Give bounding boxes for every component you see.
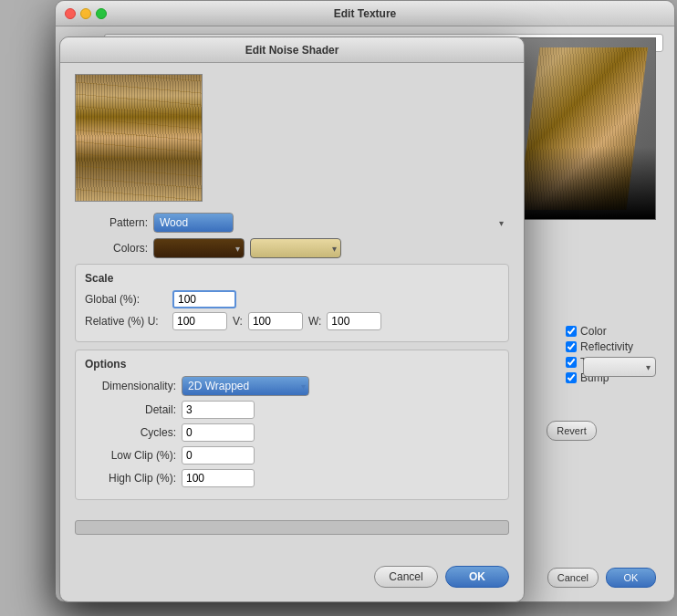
dimensionality-select[interactable]: 2D Wrapped 2D Flat 3D [182,376,309,396]
color-check-label: Color [580,325,607,338]
v-label: V: [233,315,243,328]
noise-dialog-title: Edit Noise Shader [245,44,339,57]
noise-dialog-buttons: Cancel OK [374,566,509,588]
traffic-lights [65,8,107,19]
scale-title: Scale [85,272,499,285]
pattern-select[interactable]: Wood Marble Noise Turbulence [153,213,234,233]
noise-preview [75,74,203,202]
reflectivity-checkbox[interactable] [566,341,577,352]
low-clip-row: Low Clip (%): [85,446,499,465]
detail-row: Detail: [85,401,499,419]
high-clip-label: High Clip (%): [85,472,176,485]
low-clip-input[interactable] [182,446,255,465]
et-bottom-area: Cancel OK [547,568,656,588]
revert-button[interactable]: Revert [547,421,597,441]
colors-label: Colors: [75,242,148,255]
global-label: Global (%): [85,293,167,306]
colors-row: Colors: [75,238,509,258]
noise-progress-bar [75,520,509,535]
texture-3d-preview [510,37,656,220]
dimensionality-label: Dimensionality: [85,380,176,392]
close-button[interactable] [65,8,76,19]
et-dropdown[interactable] [583,357,656,377]
cycles-input[interactable] [182,423,255,442]
maximize-button[interactable] [96,8,107,19]
noise-ok-button[interactable]: OK [445,566,509,588]
et-right-checks: Color Reflectivity Transparency Bump [566,325,647,387]
high-clip-input[interactable] [182,469,255,487]
noise-body: Pattern: Wood Marble Noise Turbulence Co… [60,63,524,511]
v-input[interactable] [248,312,303,330]
reflectivity-check-label: Reflectivity [580,340,633,353]
cycles-label: Cycles: [85,426,176,439]
detail-label: Detail: [85,403,176,416]
color-check-row: Color [566,325,647,338]
relative-scale-row: Relative (%) U: V: W: [85,312,499,330]
detail-input[interactable] [182,401,255,419]
w-label: W: [308,315,321,328]
low-clip-label: Low Clip (%): [85,449,176,462]
relative-label: Relative (%) U: [85,315,167,328]
cycles-row: Cycles: [85,423,499,442]
options-section: Options Dimensionality: 2D Wrapped 2D Fl… [75,350,509,500]
et-dropdown-row [583,357,656,377]
dimensionality-row: Dimensionality: 2D Wrapped 2D Flat 3D [85,376,499,396]
et-cancel-button[interactable]: Cancel [547,568,599,588]
high-clip-row: High Clip (%): [85,469,499,487]
pattern-row: Pattern: Wood Marble Noise Turbulence [75,213,509,233]
color-btn-dark[interactable] [153,238,245,258]
global-input[interactable] [172,290,236,308]
pattern-label: Pattern: [75,216,148,229]
noise-titlebar: Edit Noise Shader [60,37,524,63]
options-title: Options [85,358,499,371]
et-ok-button[interactable]: OK [606,568,656,588]
noise-preview-wood [76,75,202,201]
texture-gradient-overlay [511,147,655,219]
edit-texture-title: Edit Texture [334,7,396,20]
global-scale-row: Global (%): [85,290,499,308]
transparency-checkbox[interactable] [566,357,577,368]
edit-texture-titlebar: Edit Texture [56,1,674,26]
w-input[interactable] [327,312,381,330]
dimensionality-select-wrapper: 2D Wrapped 2D Flat 3D [182,376,309,396]
noise-cancel-button[interactable]: Cancel [374,566,438,588]
minimize-button[interactable] [80,8,91,19]
u-input[interactable] [172,312,227,330]
reflectivity-check-row: Reflectivity [566,340,647,353]
color-btn-light[interactable] [250,238,341,258]
color-checkbox[interactable] [566,326,577,337]
edit-noise-shader-dialog: Edit Noise Shader Pattern: Wood Marble N… [59,37,525,602]
revert-button-area: Revert [547,421,597,441]
scale-section: Scale Global (%): Relative (%) U: V: W: [75,264,509,342]
bump-checkbox[interactable] [566,372,577,383]
